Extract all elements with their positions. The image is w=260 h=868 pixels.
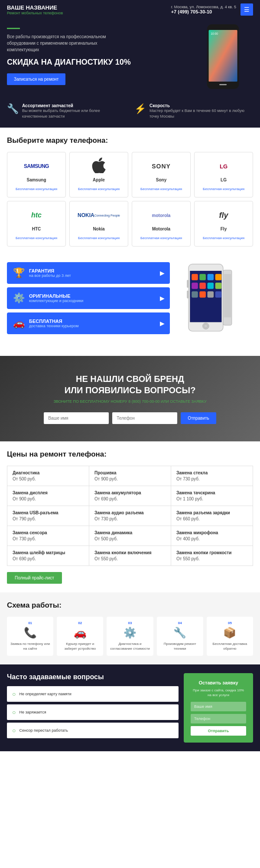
price-item: Замена стеклаОт 730 руб. xyxy=(171,466,253,486)
apple-link[interactable]: Бесплатная консультация xyxy=(78,187,120,191)
svg-rect-10 xyxy=(199,274,206,280)
price-value: От 500 руб. xyxy=(13,477,84,481)
price-value: От 660 руб. xyxy=(176,516,247,521)
feature-speed: ⚡ Скорость Мастер прибудет к Вам в течен… xyxy=(134,103,253,119)
svg-rect-24 xyxy=(224,274,231,317)
feature-speed-text: Скорость Мастер прибудет к Вам в течение… xyxy=(150,103,253,119)
schema-step-icon: ⚙️ xyxy=(109,627,150,639)
schema-step: 03 ⚙️ Диагностика и согласование стоимос… xyxy=(107,617,153,655)
svg-rect-15 xyxy=(208,283,214,289)
schema-step-number: 02 xyxy=(59,621,101,625)
brand-htc[interactable]: htc HTC Бесплатная консультация xyxy=(7,201,66,247)
faq-phone-input[interactable] xyxy=(191,714,246,723)
feature-assortment-title: Ассортимент запчастей xyxy=(22,103,126,108)
faq-item[interactable]: ○ Не определяет карту памяти xyxy=(7,686,179,702)
motorola-name: Motorola xyxy=(136,227,187,231)
schema-step-text: Бесплатная доставка обратно xyxy=(209,641,250,651)
brand-samsung[interactable]: SAMSUNG Samsung Бесплатная консультация xyxy=(7,152,66,197)
htc-link[interactable]: Бесплатная консультация xyxy=(16,236,57,240)
hero-cta-button[interactable]: Записаться на ремонт xyxy=(7,73,65,85)
schema-step: 05 📦 Бесплатная доставка обратно xyxy=(207,617,253,655)
hero-description: Все работы производятся на профессиональ… xyxy=(7,33,111,53)
hero-bar xyxy=(7,28,20,29)
cta-phone-input[interactable] xyxy=(112,412,177,424)
price-item: Замена дисплеяОт 900 руб. xyxy=(7,486,89,506)
faq-submit-button[interactable]: Отправить xyxy=(191,726,246,736)
faq-item[interactable]: ○ Сенсор перестал работать xyxy=(7,723,179,738)
price-service-name: Замена разъема зарядки xyxy=(176,510,247,515)
faq-item[interactable]: ○ Не заряжается xyxy=(7,704,179,720)
brand-name: ВАШЕ НАЗВАНИЕ xyxy=(7,4,63,11)
menu-button[interactable]: ☰ xyxy=(240,3,253,16)
htc-name: HTC xyxy=(11,227,62,231)
price-service-name: Замена дисплея xyxy=(13,490,84,495)
full-price-button[interactable]: Полный прайс-лист xyxy=(7,572,62,584)
feature-speed-title: Скорость xyxy=(150,103,253,108)
price-value: От 900 руб. xyxy=(13,496,84,501)
schema-step-text: Заявка по телефону или на сайте xyxy=(10,641,51,651)
feature-assortment: 🔧 Ассортимент запчастей Вы можете выбрат… xyxy=(7,103,126,119)
schema-step-icon: 📞 xyxy=(10,627,51,639)
fly-name: Fly xyxy=(198,227,249,231)
gear-icon: ⚙️ xyxy=(13,293,25,304)
features-phone-image xyxy=(175,262,253,349)
price-item: Замена аккумулятораОт 690 руб. xyxy=(89,486,171,506)
price-service-name: Замена стекла xyxy=(176,470,247,475)
header-address: г. Москва, ул. Ломоносова, д. 4 кв. 5 xyxy=(171,5,236,9)
faq-name-input[interactable] xyxy=(191,702,246,711)
price-item: Замена шлейф матрицыОт 690 руб. xyxy=(7,546,89,566)
svg-rect-26 xyxy=(187,291,189,299)
schema-step-text: Диагностика и согласование стоимости xyxy=(109,641,150,651)
price-item: Замена динамикаОт 500 руб. xyxy=(89,526,171,546)
svg-rect-17 xyxy=(192,291,198,298)
lg-link[interactable]: Бесплатная консультация xyxy=(203,187,244,191)
feat-warranty-text: ГАРАНТИЯ на все работы до 3 лет xyxy=(29,268,71,278)
motorola-link[interactable]: Бесплатная консультация xyxy=(140,236,182,240)
schema-step: 04 🔧 Производим ремонт техники xyxy=(157,617,203,655)
feat-warranty-sub: на все работы до 3 лет xyxy=(29,273,71,278)
svg-rect-18 xyxy=(199,291,206,298)
svg-rect-14 xyxy=(199,283,206,289)
sony-link[interactable]: Бесплатная консультация xyxy=(140,187,182,191)
schema-step-icon: 🚗 xyxy=(59,627,101,639)
schema-step: 02 🚗 Курьер приедет и заберет устройство xyxy=(57,617,103,655)
cta-name-input[interactable] xyxy=(44,412,109,424)
price-service-name: Замена динамика xyxy=(94,530,166,535)
price-item: Замена микрофонаОт 400 руб. xyxy=(171,526,253,546)
price-item: ДиагностикаОт 500 руб. xyxy=(7,466,89,486)
nokia-link[interactable]: Бесплатная консультация xyxy=(78,236,120,240)
cta-submit-button[interactable]: Отправить xyxy=(181,412,216,424)
feat-original-text: ОРИГИНАЛЬНЫЕ комплектующие и расходники xyxy=(29,293,83,303)
brand-motorola[interactable]: motorola Motorola Бесплатная консультаци… xyxy=(132,201,191,247)
schema-step-text: Курьер приедет и заберет устройство xyxy=(59,641,101,651)
header-phone: +7 (499) 705-30-10 xyxy=(171,9,236,14)
schema-step-number: 05 xyxy=(209,621,250,625)
price-value: От 550 руб. xyxy=(94,556,166,561)
samsung-link[interactable]: Бесплатная консультация xyxy=(16,187,57,191)
hero-section: Все работы производятся на профессиональ… xyxy=(0,19,260,97)
brand-nokia[interactable]: NOKIA Connecting People Nokia Бесплатная… xyxy=(69,201,128,247)
brand-apple[interactable]: Apple Бесплатная консультация xyxy=(69,152,128,197)
schema-title: Схема работы: xyxy=(7,601,253,610)
price-value: От 730 руб. xyxy=(13,536,84,541)
schema-step-icon: 📦 xyxy=(209,627,250,639)
faq-item-text: Сенсор перестал работать xyxy=(19,728,68,733)
feat-original-sub: комплектующие и расходники xyxy=(29,299,83,303)
samsung-logo: SAMSUNG xyxy=(11,158,62,175)
svg-rect-12 xyxy=(215,274,222,280)
htc-logo: htc xyxy=(11,207,62,224)
brand-lg[interactable]: LG LG Бесплатная консультация xyxy=(194,152,253,197)
feature-assortment-text: Ассортимент запчастей Вы можете выбрать … xyxy=(22,103,126,119)
lg-logo: LG xyxy=(198,158,249,175)
feat-warranty-title: ГАРАНТИЯ xyxy=(29,268,71,273)
brand-sony[interactable]: SONY Sony Бесплатная консультация xyxy=(132,152,191,197)
fly-link[interactable]: Бесплатная консультация xyxy=(203,236,244,240)
features-bar: 🔧 Ассортимент запчастей Вы можете выбрат… xyxy=(0,97,260,128)
price-item: Замена тачскринаОт 1 100 руб. xyxy=(171,486,253,506)
faq-title: Часто задаваемые вопросы xyxy=(7,673,179,681)
sony-logo: SONY xyxy=(136,158,187,175)
logo: ВАШЕ НАЗВАНИЕ Ремонт мобильных телефонов xyxy=(7,4,63,15)
brand-fly[interactable]: fly Fly Бесплатная консультация xyxy=(194,201,253,247)
svg-rect-19 xyxy=(208,291,214,298)
price-value: От 400 руб. xyxy=(176,536,247,541)
